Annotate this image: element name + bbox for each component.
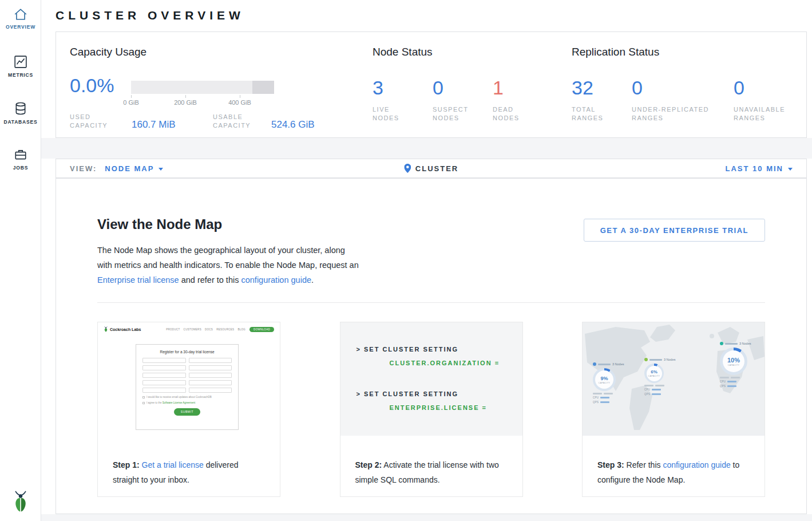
axis-tick [131,95,132,98]
stat-value: 32 [572,77,632,98]
qps-label: QPS [644,393,650,396]
view-selector-dropdown[interactable]: NODE MAP [105,164,163,173]
stat-bar [600,401,609,403]
mini-site-logo-text: Cockroach Labs [110,327,141,331]
mini-input [189,373,232,378]
trial-registration-screenshot: Cockroach Labs PRODUCT CUSTOMERS DOCS RE… [98,322,280,436]
stat-value: 0 [734,77,808,98]
mini-site-nav-items: PRODUCT CUSTOMERS DOCS RESOURCES BLOG [166,328,245,331]
node-status-section: Node Status 3 LIVE NODES 0 SUSPECT NODES… [373,46,433,58]
mini-input [189,358,232,363]
locality-marker: 3 Nodes 10% CAPACITY CPU QPS [720,342,751,388]
step-caption: Step 2: Activate the trial license with … [340,436,522,487]
used-capacity-percent: 0.0% [70,74,114,97]
capacity-caption: CAPACITY [648,375,660,377]
mini-checkbox-label: I would like to receive email updates ab… [146,396,212,398]
sidebar-item-label: JOBS [0,165,41,171]
mini-input [142,388,186,393]
node-count: 3 Nodes [739,342,751,345]
cpu-label: CPU [720,380,726,383]
capacity-caption: CAPACITY [728,364,739,366]
sidebar-item-overview[interactable]: OVERVIEW [0,8,41,30]
capacity-bar-nonusable [252,81,274,94]
unavailable-ranges-stat: 0 UNAVAILABLE RANGES [734,77,808,123]
stat-label: UNAVAILABLE RANGES [734,105,797,123]
node-map-heading: View the Node Map [97,216,222,232]
locality-name-bar [725,343,738,345]
cluster-summary-panel: Capacity Usage 0.0% 0 GiB 200 GiB 400 Gi… [56,31,807,138]
stat-label: SUSPECT NODES [433,105,474,123]
capacity-donut: 6% CAPACITY [644,364,664,383]
used-capacity-value: 160.7 MiB [132,119,176,131]
axis-tick [240,95,240,98]
replication-status-section: Replication Status 32 TOTAL RANGES 0 UND… [572,46,659,58]
sidebar-item-databases[interactable]: DATABASES [0,102,41,125]
stat-bar [604,393,613,394]
node-map-preview: 3 Nodes 9% CAPACITY CPU QPS [583,322,765,436]
mini-download-button: DOWNLOAD [249,327,274,332]
database-icon [14,102,27,116]
sidebar-item-jobs[interactable]: JOBS [0,148,41,171]
mini-registration-form: Register for a 30-day trial license [136,344,239,430]
mini-checkbox-row: I would like to receive email updates ab… [142,396,232,398]
mini-nav-item: PRODUCT [166,328,180,331]
mini-site-navbar: Cockroach Labs PRODUCT CUSTOMERS DOCS RE… [98,322,280,332]
stat-bar [720,377,729,378]
get-trial-license-link[interactable]: Get a trial license [142,460,204,469]
stat-bar [727,381,736,382]
node-map-description: The Node Map shows the geographical layo… [97,243,359,287]
mini-input [142,365,186,370]
section-title: Capacity Usage [70,46,356,58]
code-line: > SET CLUSTER SETTING [357,390,522,398]
section-title: Node Status [373,46,433,58]
capacity-percent: 10% [727,357,740,364]
capacity-usage-section: Capacity Usage 0.0% 0 GiB 200 GiB 400 Gi… [70,46,356,58]
axis-tick-label: 400 GiB [228,99,251,106]
used-capacity-label: USED CAPACITY [70,113,113,130]
enterprise-trial-button[interactable]: GET A 30-DAY ENTERPRISE TRIAL [584,219,765,242]
mini-checkbox [142,402,145,404]
capacity-percent: 6% [651,369,657,374]
locality-chip: 3 Nodes [593,362,624,366]
background-strip [41,138,812,159]
stat-label: LIVE NODES [373,105,408,123]
step-card-1: Cockroach Labs PRODUCT CUSTOMERS DOCS RE… [97,322,280,497]
configuration-guide-link[interactable]: configuration guide [241,275,311,285]
mini-form-fields [142,358,232,393]
sidebar-item-metrics[interactable]: METRICS [0,55,41,78]
mini-input [142,373,186,378]
divider [97,302,765,303]
stat-label: UNDER-REPLICATED RANGES [632,105,723,123]
cockroach-bug-icon [12,490,29,513]
stat-bar [731,377,740,378]
cockroach-bug-icon [104,326,108,332]
qps-label: QPS [593,401,599,404]
stat-label: DEAD NODES [493,105,528,123]
cpu-label: CPU [593,396,599,399]
configuration-guide-link[interactable]: configuration guide [663,460,730,469]
view-label: VIEW: [70,164,97,173]
time-range-dropdown[interactable]: LAST 10 MIN [726,164,793,173]
home-icon [14,8,27,21]
stat-bar [644,385,653,386]
locality-breadcrumb: CLUSTER [404,164,458,173]
step-number: Step 2: [355,460,382,469]
sidebar: OVERVIEW METRICS DATABASES JOBS [0,0,41,521]
mini-input [142,380,186,385]
locality-dot-icon [644,358,648,361]
locality-name-bar [649,359,662,361]
capacity-bar-chart: 0 GiB 200 GiB 400 GiB [131,81,274,94]
description-text: The Node Map shows the geographical layo… [97,246,359,270]
stat-value: 0 [433,77,493,98]
stat-value: 0 [632,77,734,98]
mini-input [189,380,232,385]
enterprise-trial-license-link[interactable]: Enterprise trial license [97,275,179,285]
section-title: Replication Status [572,46,659,58]
description-text: . [311,275,314,285]
live-nodes-stat: 3 LIVE NODES [373,77,433,123]
stat-bar [600,397,609,398]
code-line: > SET CLUSTER SETTING [357,345,522,353]
mini-nav-item: BLOG [237,328,245,331]
under-replicated-ranges-stat: 0 UNDER-REPLICATED RANGES [632,77,734,123]
locality-chip: 3 Nodes [644,358,676,361]
